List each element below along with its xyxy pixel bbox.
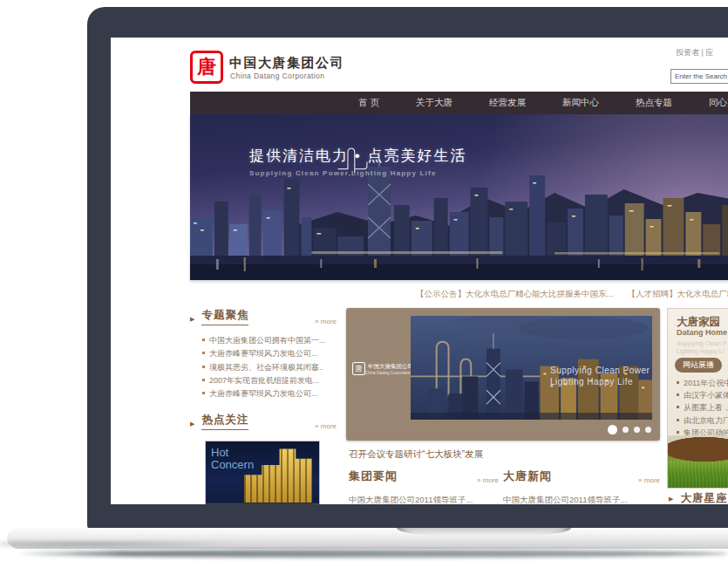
showcase-list-item[interactable]: 由北京电力厂 bbox=[677, 414, 728, 427]
hot-concern-caption: Hot Concern bbox=[211, 447, 254, 471]
laptop-lid-notch bbox=[397, 528, 571, 536]
carousel-logo-subtitle: China Datang Corporation bbox=[365, 371, 413, 375]
lit-building-illustration bbox=[244, 448, 312, 503]
datang-home-tagline: Supplying Clean P bbox=[677, 340, 727, 346]
notice-link[interactable]: 大化水电总厂精心能大比拼服务中国东... bbox=[466, 289, 613, 298]
star-section-header: ▶ 大唐星座 bbox=[669, 491, 727, 504]
carousel-dot[interactable] bbox=[608, 425, 617, 434]
showcase-list: 2011年公祝中 由汉字小篆体 从图案上看， 由北京电力厂 集团公司稳的 bbox=[677, 377, 728, 439]
main-nav: 首 页 关于大唐 经营发展 新闻中心 热点专题 同心文化 专项工作 投资者关系 bbox=[190, 92, 728, 114]
triangle-arrow-icon: ▶ bbox=[669, 492, 673, 504]
carousel-slide-photo: Supplying Clean Power Lighting Happy Lif… bbox=[411, 316, 652, 420]
focus-section-header: ▶ 专题聚焦 » more bbox=[190, 308, 337, 325]
left-sidebar: ▶ 专题聚焦 » more 中国大唐集团公司拥有中国第一... 大唐赤峰赛罕坝风… bbox=[190, 308, 337, 504]
laptop-screen: 唐 中国大唐集团公司 China Datang Corporation 投资者 … bbox=[111, 38, 728, 504]
focus-more-link[interactable]: » more bbox=[315, 318, 337, 325]
triangle-arrow-icon: ▶ bbox=[190, 417, 194, 430]
carousel-pagination bbox=[608, 425, 651, 434]
showcase-list-item[interactable]: 由汉字小篆体 bbox=[677, 389, 728, 401]
datang-news-more-link[interactable]: » more bbox=[638, 476, 660, 484]
carousel-dot[interactable] bbox=[623, 427, 629, 433]
datang-news-row[interactable]: 中国大唐集团公司2011领导班子... bbox=[503, 495, 660, 504]
carousel-logo-title: 中国大唐集团公司 bbox=[368, 363, 413, 371]
hero-banner[interactable]: 提供清洁电力 • 点亮美好生活 Supplying Clean Power,Li… bbox=[190, 114, 728, 280]
nav-item-culture[interactable]: 同心文化 bbox=[691, 97, 728, 109]
focus-title: 专题聚焦 bbox=[201, 308, 248, 325]
news-headline-link[interactable]: 召开会议专题研讨“七大板块”发展 bbox=[349, 448, 483, 461]
job-tag: 【人才招聘】 bbox=[627, 289, 677, 298]
focus-list-item[interactable]: 2007年实现首批机组提前发电... bbox=[202, 374, 337, 387]
search-input[interactable] bbox=[670, 69, 728, 84]
nav-item-about[interactable]: 关于大唐 bbox=[398, 97, 471, 109]
hot-title: 热点关注 bbox=[201, 413, 248, 430]
laptop-drop-shadow bbox=[21, 550, 728, 558]
site-title: 中国大唐集团公司 bbox=[229, 55, 344, 72]
nav-item-news[interactable]: 新闻中心 bbox=[544, 97, 617, 109]
focus-list-item[interactable]: 中国大唐集团公司拥有中国第一... bbox=[202, 334, 337, 347]
datang-home-box: 大唐家园 Datang Home Supplying Clean P Light… bbox=[667, 308, 728, 489]
carousel-logo: 唐 中国大唐集团公司 China Datang Corporation bbox=[352, 362, 408, 375]
header-links[interactable]: 投资者 | 应 bbox=[676, 47, 713, 58]
carousel-caption: Supplying Clean Power Lighting Happy Lif… bbox=[550, 365, 650, 387]
nav-item-home[interactable]: 首 页 bbox=[340, 97, 398, 109]
datang-news-title: 大唐新闻 bbox=[503, 469, 552, 484]
datang-home-tagline: Lighting Happy Li bbox=[677, 348, 724, 354]
focus-list-item[interactable]: 大唐赤峰赛罕坝风力发电公司... bbox=[202, 347, 337, 360]
datang-logo-icon: 唐 bbox=[352, 362, 365, 375]
page: 唐 中国大唐集团公司 China Datang Corporation 投资者 … bbox=[0, 0, 728, 561]
group-news-title: 集团要闻 bbox=[349, 469, 398, 484]
nav-item-topics[interactable]: 热点专题 bbox=[617, 97, 691, 109]
showcase-list-item[interactable]: 2011年公祝中 bbox=[677, 377, 728, 389]
carousel-dot[interactable] bbox=[634, 427, 640, 433]
group-news-header: 集团要闻 » more bbox=[349, 469, 499, 484]
group-news-row[interactable]: 中国大唐集团公司2011领导班子... bbox=[349, 495, 499, 504]
hot-more-link[interactable]: » more bbox=[315, 422, 337, 430]
focus-list: 中国大唐集团公司拥有中国第一... 大唐赤峰赛罕坝风力发电公司... 境极其恶劣… bbox=[202, 334, 337, 400]
nav-item-business[interactable]: 经营发展 bbox=[471, 97, 544, 109]
hero-copy: 提供清洁电力 • 点亮美好生活 Supplying Clean Power,Li… bbox=[249, 146, 466, 177]
datang-news-header: 大唐新闻 » more bbox=[503, 469, 660, 484]
city-skyline-illustration bbox=[190, 114, 728, 280]
star-title[interactable]: 大唐星座 bbox=[680, 491, 727, 504]
power-line-icon bbox=[249, 146, 466, 177]
job-link[interactable]: 大化水电总厂精心能大比拼服务 bbox=[677, 289, 728, 298]
datang-logo-icon: 唐 bbox=[190, 51, 223, 84]
site-subtitle: China Datang Corporation bbox=[230, 72, 324, 80]
laptop-base-shadow bbox=[0, 542, 244, 549]
focus-list-item[interactable]: 境极其恶劣、社会环境极其闭塞.. bbox=[202, 361, 337, 374]
carousel-dot[interactable] bbox=[645, 427, 651, 433]
announcement-ticker: 【公示公告】大化水电总厂精心能大比拼服务中国东...【人才招聘】大化水电总厂精心… bbox=[416, 289, 728, 300]
website-showcase-tab[interactable]: 网站展播 bbox=[675, 358, 722, 373]
group-news-more-link[interactable]: » more bbox=[477, 476, 499, 484]
nature-photo[interactable] bbox=[668, 435, 728, 488]
showcase-list-item[interactable]: 从图案上看， bbox=[677, 401, 728, 414]
main-carousel[interactable]: 唐 中国大唐集团公司 China Datang Corporation bbox=[346, 308, 660, 441]
notice-tag: 【公示公告】 bbox=[416, 289, 466, 298]
focus-list-item[interactable]: 大唐赤峰赛罕坝风力发电公司... bbox=[202, 387, 337, 400]
hot-concern-photo[interactable]: Hot Concern bbox=[205, 441, 320, 504]
datang-home-subtitle: Datang Home bbox=[677, 328, 727, 337]
hot-section-header: ▶ 热点关注 » more bbox=[190, 413, 337, 430]
triangle-arrow-icon: ▶ bbox=[190, 312, 194, 325]
